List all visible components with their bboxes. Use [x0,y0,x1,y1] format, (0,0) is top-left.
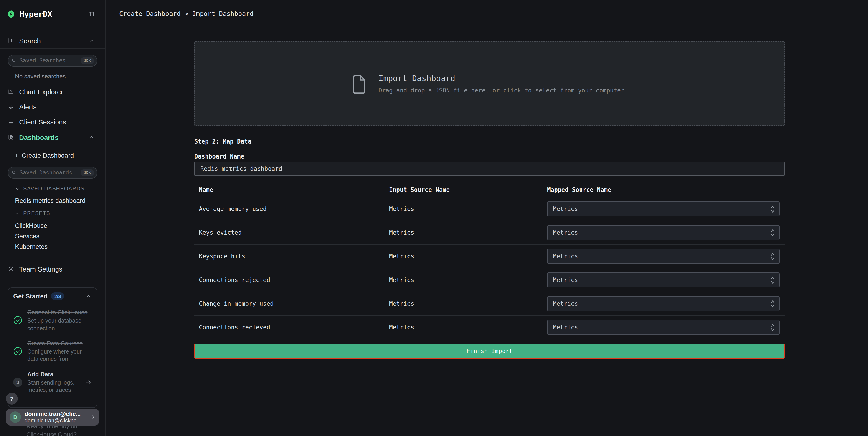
mapped-source-select[interactable]: Metrics [547,296,780,311]
get-started-item-connect[interactable]: Connect to ClickHouse Set up your databa… [13,309,92,332]
input-source: Metrics [389,300,547,307]
input-source: Metrics [389,324,547,331]
sidebar-item-chart-explorer[interactable]: Chart Explorer [0,85,105,98]
input-source: Metrics [389,277,547,283]
deploy-prompt-line2: ClickHouse Cloud? [26,431,78,436]
saved-dashboards-group[interactable]: SAVED DASHBOARDS [15,186,85,191]
metric-name: Keys evicted [199,229,389,236]
sidebar-item-alerts[interactable]: Alerts [0,100,105,113]
user-menu[interactable]: D dominic.tran@clic... dominic.tran@clic… [6,409,99,426]
table-row: Change in memory used Metrics Metrics [194,292,785,316]
step-subtitle: Configure where your data comes from [27,348,92,363]
create-dashboard-button[interactable]: + Create Dashboard [0,149,105,162]
get-started-item-add-data[interactable]: 3 Add Data Start sending logs, metrics, … [13,371,92,394]
presets-group[interactable]: PRESETS [15,210,50,216]
metric-name: Average memory used [199,205,389,212]
search-section-label: Search [19,37,41,45]
saved-dashboards-input[interactable]: Saved Dashboards ⌘K [8,167,97,179]
sidebar-item-kubernetes-preset[interactable]: Kubernetes [15,243,48,250]
app-root: HyperDX Search [0,0,868,436]
input-source: Metrics [389,253,547,260]
table-row: Average memory used Metrics Metrics [194,197,785,221]
sidebar-item-client-sessions[interactable]: Client Sessions [0,115,105,128]
sidebar-item-label: Dashboards [19,133,59,141]
metric-name: Connections recieved [199,324,389,331]
input-source: Metrics [389,229,547,236]
chevron-up-icon [89,135,94,140]
finish-import-button[interactable]: Finish Import [194,344,785,358]
sidebar: HyperDX Search [0,0,105,436]
sidebar-divider [0,259,105,259]
sidebar-item-services-preset[interactable]: Services [15,232,39,240]
dashboard-name-input[interactable] [194,162,785,176]
metric-name: Change in memory used [199,300,389,307]
select-chevrons-icon [770,229,775,237]
user-email: dominic.tran@clickho... [25,417,81,424]
journal-icon [8,37,14,44]
mapped-source-select[interactable]: Metrics [547,201,780,216]
arrow-right-icon [85,379,92,386]
shortcut-badge: ⌘K [81,57,94,64]
table-row: Connections recieved Metrics Metrics [194,316,785,340]
selected-value: Metrics [553,324,578,331]
table-row: Connections rejected Metrics Metrics [194,268,785,292]
hyperdx-logo-icon [7,10,15,18]
sidebar-item-team-settings[interactable]: Team Settings [0,262,105,275]
laptop-icon [8,118,14,125]
step-title: Create Data Sources [27,340,92,347]
sidebar-item-clickhouse-preset[interactable]: ClickHouse [15,222,47,229]
step-title: Connect to ClickHouse [27,309,92,316]
select-chevrons-icon [770,299,775,308]
mapped-source-select[interactable]: Metrics [547,225,780,240]
mapped-source-select[interactable]: Metrics [547,249,780,264]
no-saved-searches-note: No saved searches [15,73,66,80]
input-source: Metrics [389,205,547,212]
chevron-right-icon [90,414,96,420]
sidebar-item-label: Client Sessions [19,118,66,125]
dropzone-title: Import Dashboard [378,74,628,83]
sidebar-section-search[interactable]: Search [0,34,105,47]
dashboard-name-label: Dashboard Name [194,153,244,160]
sidebar-collapse-icon[interactable] [88,11,95,17]
create-dashboard-label: Create Dashboard [22,152,74,159]
sidebar-item-dashboards[interactable]: Dashboards [0,131,105,144]
help-button[interactable]: ? [6,393,18,405]
sidebar-item-label: Chart Explorer [19,88,63,95]
sidebar-divider [0,48,105,49]
import-dropzone[interactable]: Import Dashboard Drag and drop a JSON fi… [194,41,785,126]
sidebar-item-label: Alerts [19,103,37,111]
chart-icon [8,88,14,95]
check-circle-icon [13,347,22,356]
sidebar-divider [0,144,105,144]
selected-value: Metrics [553,205,578,212]
select-chevrons-icon [770,276,775,284]
logo-row: HyperDX [0,6,105,22]
mapping-table: Name Input Source Name Mapped Source Nam… [194,183,785,340]
plus-icon: + [14,151,19,159]
file-icon [351,74,367,94]
table-header-row: Name Input Source Name Mapped Source Nam… [194,183,785,197]
dashboard-grid-icon [8,134,14,140]
table-row: Keys evicted Metrics Metrics [194,221,785,245]
mapped-source-select[interactable]: Metrics [547,320,780,335]
step-label: Step 2: Map Data [194,138,251,145]
gear-icon [8,266,14,272]
table-row: Keyspace hits Metrics Metrics [194,245,785,268]
selected-value: Metrics [553,253,578,260]
get-started-item-sources[interactable]: Create Data Sources Configure where your… [13,340,92,363]
column-header: Mapped Source Name [547,186,785,193]
step-number-badge: 3 [13,378,22,387]
brand-name: HyperDX [20,9,52,19]
mapped-source-select[interactable]: Metrics [547,272,780,288]
get-started-header[interactable]: Get Started 2/3 [13,292,92,300]
selected-value: Metrics [553,300,578,307]
chevron-up-icon [89,38,94,43]
sidebar-item-redis-dashboard[interactable]: Redis metrics dashboard [15,197,86,204]
shortcut-badge: ⌘K [81,170,94,176]
saved-searches-input[interactable]: Saved Searches ⌘K [8,55,97,66]
column-header: Name [199,186,389,193]
top-bar: Create Dashboard > Import Dashboard [105,0,868,27]
selected-value: Metrics [553,277,578,283]
team-settings-label: Team Settings [19,265,62,273]
selected-value: Metrics [553,229,578,236]
